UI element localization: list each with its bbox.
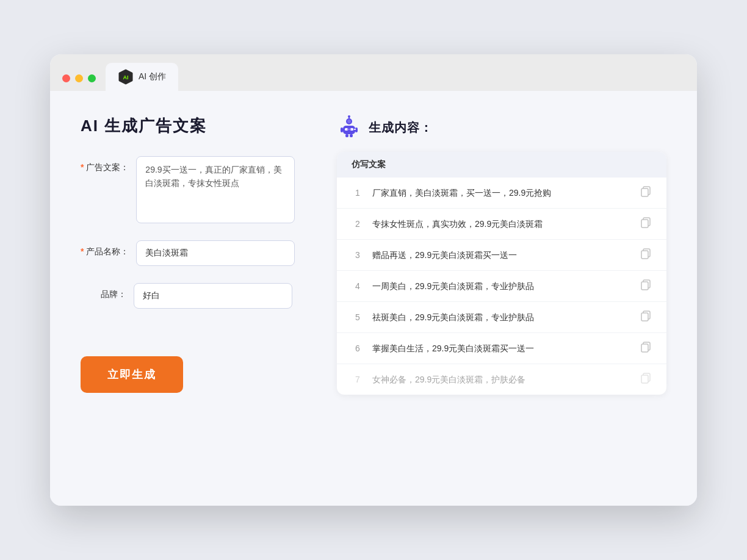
row-text: 女神必备，29.9元美白淡斑霜，护肤必备 xyxy=(372,373,632,386)
row-number: 4 xyxy=(352,281,364,291)
svg-rect-21 xyxy=(641,251,648,259)
row-text: 一周美白，29.9元美白淡斑霜，专业护肤品 xyxy=(372,280,632,293)
brand-input[interactable] xyxy=(134,283,292,309)
page-title: AI 生成广告文案 xyxy=(81,115,312,137)
product-name-group: * 产品名称： xyxy=(81,240,312,266)
row-text: 厂家直销，美白淡斑霜，买一送一，29.9元抢购 xyxy=(372,187,632,199)
browser-content: AI 生成广告文案 * 广告文案： 29.9买一送一，真正的厂家直销，美白淡斑霜… xyxy=(50,91,697,506)
result-row: 3赠品再送，29.9元美白淡斑霜买一送一 xyxy=(337,240,666,271)
copy-button[interactable] xyxy=(641,342,652,355)
required-mark-2: * xyxy=(81,246,84,256)
svg-rect-25 xyxy=(641,313,648,321)
result-row: 7女神必备，29.9元美白淡斑霜，护肤必备 xyxy=(337,364,666,395)
svg-rect-11 xyxy=(345,134,348,137)
copy-button[interactable] xyxy=(641,373,652,386)
right-panel: 生成内容： 仿写文案 1厂家直销，美白淡斑霜，买一送一，29.9元抢购 2专抹女… xyxy=(337,115,666,395)
svg-text:AI: AI xyxy=(123,74,129,81)
result-table-header: 仿写文案 xyxy=(337,152,666,178)
result-rows-container: 1厂家直销，美白淡斑霜，买一送一，29.9元抢购 2专抹女性斑点，真实功效，29… xyxy=(337,178,666,395)
ai-badge-icon: AI xyxy=(118,69,134,85)
row-number: 2 xyxy=(352,219,364,229)
row-number: 3 xyxy=(352,250,364,260)
row-text: 掌握美白生活，29.9元美白淡斑霜买一送一 xyxy=(372,342,632,355)
row-number: 5 xyxy=(352,312,364,322)
svg-point-14 xyxy=(347,129,349,131)
brand-label: 品牌： xyxy=(81,283,126,300)
browser-titlebar: AI AI 创作 xyxy=(50,54,697,91)
minimize-button[interactable] xyxy=(75,74,83,82)
result-card: 仿写文案 1厂家直销，美白淡斑霜，买一送一，29.9元抢购 2专抹女性斑点，真实… xyxy=(337,152,666,395)
tab-title: AI 创作 xyxy=(139,71,166,82)
robot-icon xyxy=(337,115,361,140)
svg-point-3 xyxy=(347,120,351,123)
ad-copy-label: * 广告文案： xyxy=(81,156,129,173)
maximize-button[interactable] xyxy=(88,74,96,82)
row-number: 7 xyxy=(352,375,364,384)
result-header: 生成内容： xyxy=(337,115,666,140)
product-name-label: * 产品名称： xyxy=(81,240,129,257)
copy-button[interactable] xyxy=(641,248,652,262)
result-row: 5祛斑美白，29.9元美白淡斑霜，专业护肤品 xyxy=(337,302,666,333)
row-number: 1 xyxy=(352,188,364,198)
row-number: 6 xyxy=(352,343,364,353)
close-button[interactable] xyxy=(62,74,70,82)
svg-point-8 xyxy=(348,115,350,118)
result-row: 1厂家直销，美白淡斑霜，买一送一，29.9元抢购 xyxy=(337,178,666,209)
row-text: 祛斑美白，29.9元美白淡斑霜，专业护肤品 xyxy=(372,311,632,324)
copy-button[interactable] xyxy=(641,186,652,199)
svg-rect-12 xyxy=(350,134,353,137)
required-mark-1: * xyxy=(81,162,84,172)
result-row: 2专抹女性斑点，真实功效，29.9元美白淡斑霜 xyxy=(337,209,666,240)
window-controls xyxy=(62,74,96,91)
product-name-input[interactable] xyxy=(136,240,295,266)
ad-copy-textarea[interactable]: 29.9买一送一，真正的厂家直销，美白淡斑霜，专抹女性斑点 xyxy=(136,156,295,223)
svg-rect-23 xyxy=(641,282,648,290)
row-text: 赠品再送，29.9元美白淡斑霜买一送一 xyxy=(372,249,632,262)
svg-rect-10 xyxy=(355,127,358,132)
result-title: 生成内容： xyxy=(369,120,433,136)
svg-rect-29 xyxy=(641,375,648,383)
generate-button[interactable]: 立即生成 xyxy=(81,356,183,393)
brand-group: 品牌： xyxy=(81,283,312,309)
result-row: 4一周美白，29.9元美白淡斑霜，专业护肤品 xyxy=(337,271,666,302)
svg-rect-4 xyxy=(343,126,355,134)
svg-rect-27 xyxy=(641,344,648,352)
ad-copy-group: * 广告文案： 29.9买一送一，真正的厂家直销，美白淡斑霜，专抹女性斑点 xyxy=(81,156,312,223)
copy-button[interactable] xyxy=(641,279,652,293)
browser-window: AI AI 创作 AI 生成广告文案 * 广告文案： 29.9买一送一，真正的厂… xyxy=(50,54,697,506)
result-row: 6掌握美白生活，29.9元美白淡斑霜买一送一 xyxy=(337,333,666,364)
svg-rect-17 xyxy=(641,188,648,196)
copy-button[interactable] xyxy=(641,311,652,324)
row-text: 专抹女性斑点，真实功效，29.9元美白淡斑霜 xyxy=(372,218,632,231)
main-layout: AI 生成广告文案 * 广告文案： 29.9买一送一，真正的厂家直销，美白淡斑霜… xyxy=(81,115,666,395)
browser-tab[interactable]: AI AI 创作 xyxy=(106,63,178,91)
svg-rect-19 xyxy=(641,220,648,228)
svg-rect-9 xyxy=(341,127,343,132)
svg-point-15 xyxy=(350,129,352,131)
svg-rect-13 xyxy=(354,129,356,130)
left-panel: AI 生成广告文案 * 广告文案： 29.9买一送一，真正的厂家直销，美白淡斑霜… xyxy=(81,115,312,393)
copy-button[interactable] xyxy=(641,217,652,231)
